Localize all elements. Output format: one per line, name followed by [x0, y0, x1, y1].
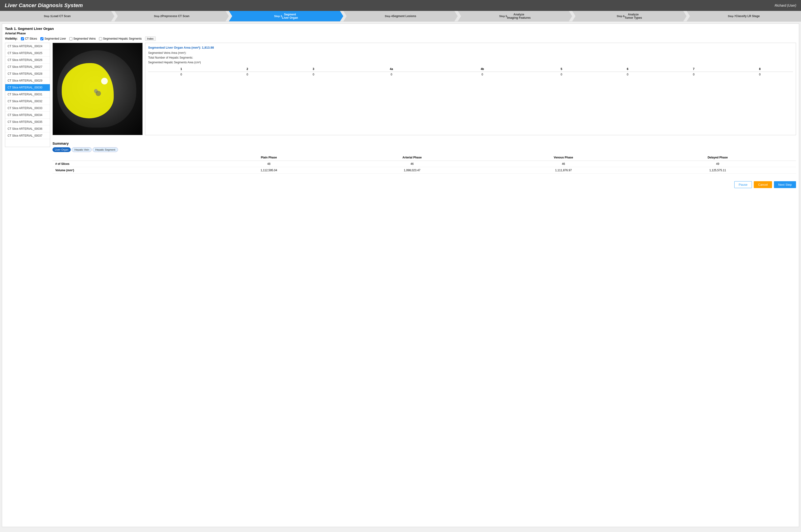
slice-item[interactable]: CT Slice ARTERIAL_00026	[5, 57, 50, 63]
step-5-number: Step 5	[499, 15, 507, 18]
step-1-name: Load CT Scan	[52, 15, 71, 18]
row-slices-arterial: 46	[336, 161, 488, 167]
ct-scan-bg	[53, 43, 143, 135]
image-stats-row: Segmented Liver Organ Area (mm²): 1,813.…	[53, 43, 796, 135]
hepatic-col-header: 8	[727, 66, 793, 72]
slice-item[interactable]: CT Slice ARTERIAL_00034	[5, 112, 50, 119]
step-7-name: Classify LR Stage	[736, 15, 760, 18]
summary-tabs: Liver Organ Hepatic Vein Hepatic Segment	[53, 147, 796, 152]
row-slices-venous: 46	[488, 161, 640, 167]
row-volume-label: Volume (mm³)	[53, 167, 201, 174]
row-slices-plain: 48	[201, 161, 336, 167]
hepatic-col-header: 3	[280, 66, 347, 72]
hepatic-col-header: 1	[148, 66, 214, 72]
ct-slices-label: CT Slices	[25, 37, 37, 40]
hepatic-col-value: 0	[436, 72, 528, 77]
slice-item[interactable]: CT Slice ARTERIAL_00036	[5, 126, 50, 132]
liver-yellow-overlay	[62, 63, 114, 118]
hepatic-col-value: 0	[528, 72, 595, 77]
step-4[interactable]: Step 4 Segment Lesions	[343, 11, 458, 21]
veins-area-label: Segmented Veins Area (mm²):	[148, 51, 186, 55]
next-step-button[interactable]: Next Step	[774, 181, 796, 188]
hepatic-col-value: 0	[347, 72, 436, 77]
cancel-button[interactable]: Cancel	[754, 181, 772, 188]
hepatic-col-header: 5	[528, 66, 595, 72]
step-6[interactable]: Step 6 AnalyzeTumor Types	[572, 11, 687, 21]
slice-item[interactable]: CT Slice ARTERIAL_00024	[5, 43, 50, 50]
content-area: CT Slice ARTERIAL_00024CT Slice ARTERIAL…	[5, 43, 796, 188]
tab-hepatic-segment[interactable]: Hepatic Segment	[93, 147, 118, 152]
hepatic-col-header: 4a	[347, 66, 436, 72]
summary-table: Plain Phase Arterial Phase Venous Phase …	[53, 154, 796, 174]
step-1-number: Step 1	[44, 15, 52, 18]
visibility-segmented-veins[interactable]: Segmented Veins	[69, 37, 96, 40]
step-5[interactable]: Step 5 AnalyzeImaging Features	[458, 11, 572, 21]
slice-item[interactable]: CT Slice ARTERIAL_00029	[5, 77, 50, 84]
liver-area-label: Segmented Liver Organ Area (mm²):	[148, 46, 201, 49]
segmented-hepatic-checkbox[interactable]	[99, 37, 102, 40]
segmented-liver-checkbox[interactable]	[40, 37, 43, 40]
row-slices-delayed: 49	[639, 161, 796, 167]
step-6-name: AnalyzeTumor Types	[625, 13, 642, 19]
col-header-delayed: Delayed Phase	[639, 154, 796, 161]
segmented-liver-label: Segmented Liver	[44, 37, 66, 40]
step-2-number: Step 2	[154, 15, 162, 18]
user-label: Richard (User)	[775, 3, 796, 7]
table-row-slices: # of Slices 48 46 46 49	[53, 161, 796, 167]
index-button[interactable]: Index	[145, 37, 156, 41]
liver-area-value: 1,813.98	[202, 46, 214, 49]
task-title: Task 1. Segment Liver Organ	[5, 26, 796, 31]
hepatic-col-header: 2	[214, 66, 280, 72]
step-4-number: Step 4	[385, 15, 393, 18]
slice-item[interactable]: CT Slice ARTERIAL_00025	[5, 50, 50, 57]
segmented-veins-label: Segmented Veins	[73, 37, 96, 40]
summary-title: Summary	[53, 141, 796, 146]
hepatic-col-value: 0	[214, 72, 280, 77]
step-3-number: Step 3	[274, 15, 282, 18]
visibility-bar: Visibility: CT Slices Segmented Liver Se…	[5, 37, 796, 41]
hepatic-count-label: Total Number of Hepatic Segments:	[148, 56, 193, 59]
step-1[interactable]: Step 1 Load CT Scan	[0, 11, 114, 21]
slice-item[interactable]: CT Slice ARTERIAL_00032	[5, 98, 50, 105]
col-header-empty	[53, 154, 201, 161]
ct-image-container	[53, 43, 143, 135]
tab-liver-organ[interactable]: Liver Organ	[53, 147, 71, 152]
slice-item[interactable]: CT Slice ARTERIAL_00037	[5, 132, 50, 139]
row-volume-delayed: 1,125,575.11	[639, 167, 796, 174]
slice-item[interactable]: CT Slice ARTERIAL_00035	[5, 119, 50, 126]
col-header-arterial: Arterial Phase	[336, 154, 488, 161]
step-5-name: AnalyzeImaging Features	[507, 13, 531, 19]
hepatic-col-value: 0	[280, 72, 347, 77]
hepatic-area-label: Segmented Hepatic Segments Area (cm²)	[148, 61, 201, 64]
row-slices-label: # of Slices	[53, 161, 201, 167]
slice-item[interactable]: CT Slice ARTERIAL_00027	[5, 63, 50, 71]
ct-slices-checkbox[interactable]	[21, 37, 24, 40]
hepatic-col-value: 0	[727, 72, 793, 77]
slice-list[interactable]: CT Slice ARTERIAL_00024CT Slice ARTERIAL…	[5, 43, 50, 147]
hepatic-col-header: 7	[661, 66, 727, 72]
pause-button[interactable]: Pause	[734, 181, 752, 188]
slice-item[interactable]: CT Slice ARTERIAL_00033	[5, 105, 50, 112]
visibility-segmented-hepatic[interactable]: Segmented Hepatic Segments	[99, 37, 142, 40]
col-header-venous: Venous Phase	[488, 154, 640, 161]
hepatic-col-value: 0	[148, 72, 214, 77]
summary-table-header: Plain Phase Arterial Phase Venous Phase …	[53, 154, 796, 161]
step-2[interactable]: Step 2 Preprocess CT Scan	[114, 11, 229, 21]
visibility-ct-slices[interactable]: CT Slices	[21, 37, 37, 40]
hepatic-area-row: Segmented Hepatic Segments Area (cm²)	[148, 61, 793, 64]
hepatic-segments-table: 1234a4b5678 000000000	[148, 66, 793, 77]
tab-hepatic-vein[interactable]: Hepatic Vein	[72, 147, 92, 152]
slice-item[interactable]: CT Slice ARTERIAL_00031	[5, 91, 50, 98]
step-7[interactable]: Step 7 Classify LR Stage	[687, 11, 801, 21]
segmented-veins-checkbox[interactable]	[69, 37, 72, 40]
col-header-plain: Plain Phase	[201, 154, 336, 161]
visibility-segmented-liver[interactable]: Segmented Liver	[40, 37, 66, 40]
row-volume-venous: 1,111,876.97	[488, 167, 640, 174]
slice-item[interactable]: CT Slice ARTERIAL_00030	[5, 84, 50, 91]
step-3[interactable]: Step 3 SegmentLiver Organ	[229, 11, 343, 21]
hepatic-col-header: 4b	[436, 66, 528, 72]
hepatic-col-value: 0	[595, 72, 661, 77]
veins-area-row: Segmented Veins Area (mm²):	[148, 51, 793, 55]
app-header: Liver Cancer Diagnosis System Richard (U…	[0, 0, 801, 11]
slice-item[interactable]: CT Slice ARTERIAL_00028	[5, 71, 50, 77]
